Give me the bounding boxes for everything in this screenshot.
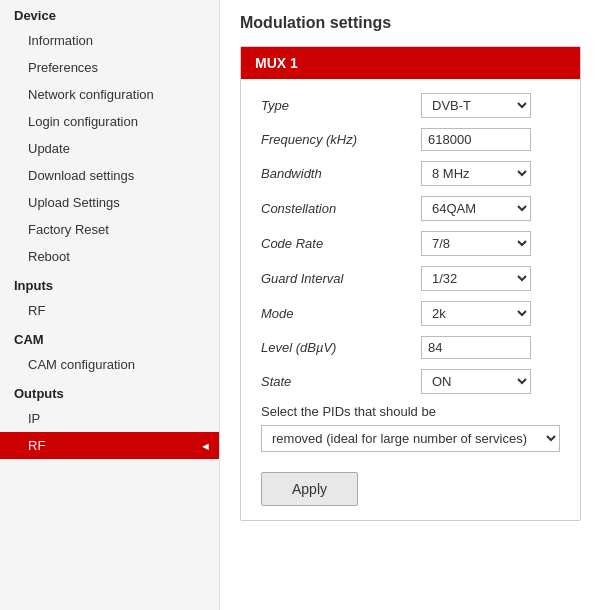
mode-label: Mode bbox=[261, 306, 421, 321]
sidebar-item-upload-settings[interactable]: Upload Settings bbox=[0, 189, 219, 216]
level-label: Level (dBµV) bbox=[261, 340, 421, 355]
frequency-input[interactable] bbox=[421, 128, 531, 151]
code-rate-row: Code Rate 7/8 5/6 3/4 2/3 1/2 bbox=[261, 231, 560, 256]
state-select[interactable]: ON OFF bbox=[421, 369, 531, 394]
sidebar: Device Information Preferences Network c… bbox=[0, 0, 220, 610]
sidebar-section-inputs: Inputs bbox=[0, 270, 219, 297]
constellation-row: Constellation 64QAM 16QAM QPSK bbox=[261, 196, 560, 221]
sidebar-item-preferences[interactable]: Preferences bbox=[0, 54, 219, 81]
sidebar-item-rf-output[interactable]: RF bbox=[0, 432, 219, 459]
sidebar-item-information[interactable]: Information bbox=[0, 27, 219, 54]
mux-card: MUX 1 Type DVB-T DVB-C Frequency (kHz) B… bbox=[240, 46, 581, 521]
frequency-label: Frequency (kHz) bbox=[261, 132, 421, 147]
code-rate-select[interactable]: 7/8 5/6 3/4 2/3 1/2 bbox=[421, 231, 531, 256]
bandwidth-select[interactable]: 8 MHz 7 MHz 6 MHz bbox=[421, 161, 531, 186]
type-label: Type bbox=[261, 98, 421, 113]
type-row: Type DVB-T DVB-C bbox=[261, 93, 560, 118]
mode-row: Mode 2k 8k bbox=[261, 301, 560, 326]
bandwidth-row: Bandwidth 8 MHz 7 MHz 6 MHz bbox=[261, 161, 560, 186]
sidebar-item-download-settings[interactable]: Download settings bbox=[0, 162, 219, 189]
constellation-label: Constellation bbox=[261, 201, 421, 216]
state-row: State ON OFF bbox=[261, 369, 560, 394]
code-rate-label: Code Rate bbox=[261, 236, 421, 251]
bandwidth-label: Bandwidth bbox=[261, 166, 421, 181]
guard-interval-row: Guard Interval 1/32 1/16 1/8 1/4 bbox=[261, 266, 560, 291]
frequency-row: Frequency (kHz) bbox=[261, 128, 560, 151]
level-row: Level (dBµV) bbox=[261, 336, 560, 359]
sidebar-item-update[interactable]: Update bbox=[0, 135, 219, 162]
sidebar-section-outputs: Outputs bbox=[0, 378, 219, 405]
mux-header: MUX 1 bbox=[241, 47, 580, 79]
mux-body: Type DVB-T DVB-C Frequency (kHz) Bandwid… bbox=[241, 79, 580, 520]
sidebar-item-factory-reset[interactable]: Factory Reset bbox=[0, 216, 219, 243]
mode-select[interactable]: 2k 8k bbox=[421, 301, 531, 326]
sidebar-item-login-configuration[interactable]: Login configuration bbox=[0, 108, 219, 135]
main-content: Modulation settings MUX 1 Type DVB-T DVB… bbox=[220, 0, 601, 610]
sidebar-item-rf-input[interactable]: RF bbox=[0, 297, 219, 324]
guard-interval-select[interactable]: 1/32 1/16 1/8 1/4 bbox=[421, 266, 531, 291]
page-title: Modulation settings bbox=[240, 14, 581, 32]
sidebar-item-network-configuration[interactable]: Network configuration bbox=[0, 81, 219, 108]
pid-section: Select the PIDs that should be removed (… bbox=[261, 404, 560, 452]
pid-label: Select the PIDs that should be bbox=[261, 404, 560, 419]
sidebar-item-reboot[interactable]: Reboot bbox=[0, 243, 219, 270]
sidebar-item-cam-configuration[interactable]: CAM configuration bbox=[0, 351, 219, 378]
state-label: State bbox=[261, 374, 421, 389]
sidebar-item-ip-output[interactable]: IP bbox=[0, 405, 219, 432]
pid-select[interactable]: removed (ideal for large number of servi… bbox=[261, 425, 560, 452]
apply-button[interactable]: Apply bbox=[261, 472, 358, 506]
constellation-select[interactable]: 64QAM 16QAM QPSK bbox=[421, 196, 531, 221]
sidebar-section-device: Device bbox=[0, 0, 219, 27]
sidebar-section-cam: CAM bbox=[0, 324, 219, 351]
level-input[interactable] bbox=[421, 336, 531, 359]
guard-interval-label: Guard Interval bbox=[261, 271, 421, 286]
type-select[interactable]: DVB-T DVB-C bbox=[421, 93, 531, 118]
